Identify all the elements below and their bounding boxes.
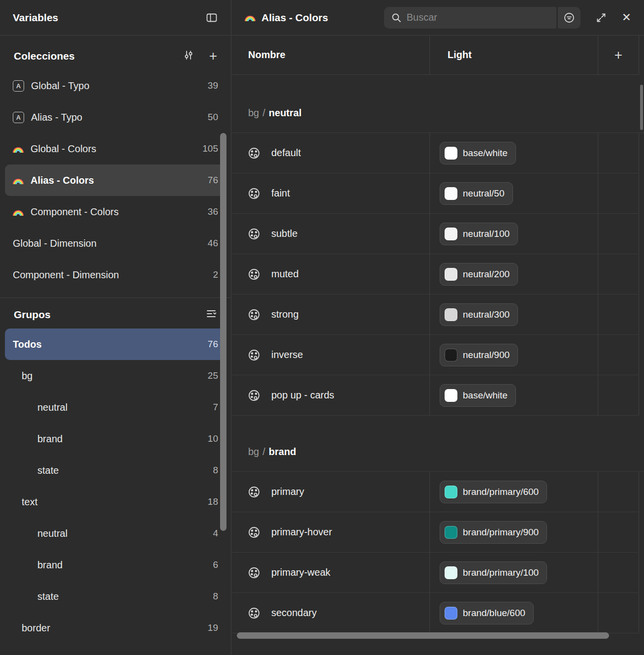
group-item-text-neutral[interactable]: neutral 4: [5, 518, 226, 549]
collection-label: Global - Colors: [31, 143, 195, 155]
variable-value-chip[interactable]: brand/primary/600: [440, 481, 547, 503]
panel-title-row: Alias - Colors: [245, 12, 328, 24]
panel-layout-icon: [205, 11, 218, 24]
variable-value-chip[interactable]: brand/primary/100: [440, 561, 547, 584]
color-swatch: [445, 228, 457, 240]
variable-row-primary[interactable]: primary brand/primary/600: [232, 472, 639, 512]
sliders-icon: [183, 49, 194, 61]
group-item-border[interactable]: border 19: [5, 612, 226, 644]
variable-row-primary-hover[interactable]: primary-hover brand/primary/900: [232, 512, 639, 553]
panel-horizontal-scrollbar[interactable]: [237, 632, 609, 639]
group-item-bg[interactable]: bg 25: [5, 360, 226, 392]
variable-value-chip[interactable]: brand/primary/900: [440, 521, 547, 544]
groups-heading-row: Grupos: [0, 301, 231, 328]
group-prefix: bg: [248, 446, 259, 457]
variable-name: muted: [271, 268, 299, 280]
group-label: state: [37, 465, 206, 476]
variable-value: neutral/200: [463, 269, 510, 280]
toggle-sidebar-button[interactable]: [205, 11, 218, 24]
collections-section: Colecciones + A Global - Typo 39 A Alias…: [0, 35, 231, 291]
variable-value-chip[interactable]: neutral/50: [440, 182, 513, 205]
rainbow-icon: [13, 147, 24, 153]
variable-value-chip[interactable]: neutral/200: [440, 263, 518, 286]
sidebar-item-global-colors[interactable]: Global - Colors 105: [5, 133, 226, 164]
group-item-bg-state[interactable]: state 8: [5, 455, 226, 486]
group-prefix: bg: [248, 107, 259, 118]
expand-panel-button[interactable]: [595, 12, 607, 24]
add-mode-button[interactable]: +: [598, 35, 639, 74]
column-header-light[interactable]: Light: [430, 35, 598, 74]
variables-sidebar: Variables Colecciones + A Global - Typ: [0, 0, 231, 655]
palette-icon: [247, 525, 261, 540]
group-item-text-state[interactable]: state 8: [5, 581, 226, 612]
variable-name: primary: [271, 486, 304, 497]
groups-heading: Grupos: [14, 309, 205, 321]
variable-row-default[interactable]: default base/white: [232, 133, 639, 173]
variable-value-chip[interactable]: neutral/300: [440, 303, 518, 326]
add-collection-button[interactable]: +: [209, 49, 217, 63]
group-name: brand: [269, 446, 296, 457]
sidebar-item-alias-colors[interactable]: Alias - Colors 76: [5, 164, 226, 196]
variable-row-subtle[interactable]: subtle neutral/100: [232, 214, 639, 254]
sidebar-scrollbar[interactable]: [220, 133, 226, 531]
group-item-text-brand[interactable]: brand 6: [5, 549, 226, 581]
group-label: border: [22, 622, 201, 634]
group-item-text[interactable]: text 18: [5, 486, 226, 518]
group-label: Todos: [13, 339, 201, 350]
sidebar-item-alias-typo[interactable]: A Alias - Typo 50: [5, 101, 226, 133]
collection-count: 46: [208, 238, 218, 249]
variable-value-chip[interactable]: neutral/900: [440, 344, 518, 366]
collections-heading-row: Colecciones +: [0, 42, 231, 70]
collections-heading: Colecciones: [14, 50, 183, 62]
search-box: [384, 7, 556, 29]
variable-row-secondary[interactable]: secondary brand/blue/600: [232, 593, 639, 633]
variable-name: subtle: [271, 228, 297, 239]
color-swatch: [445, 308, 457, 321]
sidebar-item-component-colors[interactable]: Component - Colors 36: [5, 196, 226, 228]
adjust-filters-button[interactable]: [183, 49, 194, 64]
sidebar-item-global-typo[interactable]: A Global - Typo 39: [5, 70, 226, 101]
sidebar-title: Variables: [13, 12, 58, 24]
sidebar-item-global-dimension[interactable]: Global - Dimension 46: [5, 228, 226, 259]
collection-label: Alias - Typo: [31, 112, 201, 123]
group-item-bg-neutral[interactable]: neutral 7: [5, 392, 226, 423]
typography-icon: A: [13, 112, 24, 123]
group-separator: /: [259, 107, 269, 118]
group-count: 25: [208, 370, 218, 381]
color-swatch: [445, 486, 457, 498]
variable-value-chip[interactable]: brand/blue/600: [440, 602, 534, 624]
variable-row-strong[interactable]: strong neutral/300: [232, 295, 639, 335]
group-label: brand: [37, 559, 206, 571]
group-item-bg-brand[interactable]: brand 10: [5, 423, 226, 455]
variable-name: inverse: [271, 349, 303, 360]
panel-vertical-scrollbar[interactable]: [640, 85, 643, 130]
search-input[interactable]: [407, 12, 549, 23]
sidebar-item-component-dimension[interactable]: Component - Dimension 2: [5, 259, 226, 291]
close-panel-button[interactable]: ✕: [622, 12, 631, 23]
collection-count: 2: [213, 269, 218, 280]
close-icon: ✕: [622, 12, 631, 23]
search-icon: [391, 12, 402, 23]
variable-row-muted[interactable]: muted neutral/200: [232, 254, 639, 295]
variable-value-chip[interactable]: base/white: [440, 384, 516, 407]
rainbow-icon: [13, 210, 24, 216]
rainbow-icon: [13, 179, 24, 184]
variable-value-chip[interactable]: neutral/100: [440, 223, 518, 245]
palette-icon: [247, 227, 261, 241]
variable-name: strong: [271, 309, 299, 320]
group-item-todos[interactable]: Todos 76: [5, 328, 226, 360]
variable-row-pop-up-cards[interactable]: pop up - cards base/white: [232, 375, 639, 416]
variable-row-primary-weak[interactable]: primary-weak brand/primary/100: [232, 553, 639, 593]
groups-section: Grupos Todos 76 bg 25 neutral 7 brand: [0, 298, 231, 644]
typography-icon: A: [13, 80, 24, 92]
group-label: text: [22, 496, 201, 508]
group-separator: /: [259, 446, 269, 457]
variable-value-chip[interactable]: base/white: [440, 142, 516, 164]
collection-label: Component - Dimension: [13, 269, 206, 281]
group-name: neutral: [269, 107, 302, 118]
variable-row-inverse[interactable]: inverse neutral/900: [232, 335, 639, 375]
collapse-groups-button[interactable]: [205, 308, 217, 322]
filter-button[interactable]: [558, 7, 580, 29]
group-label: neutral: [37, 402, 206, 413]
variable-row-faint[interactable]: faint neutral/50: [232, 173, 639, 214]
